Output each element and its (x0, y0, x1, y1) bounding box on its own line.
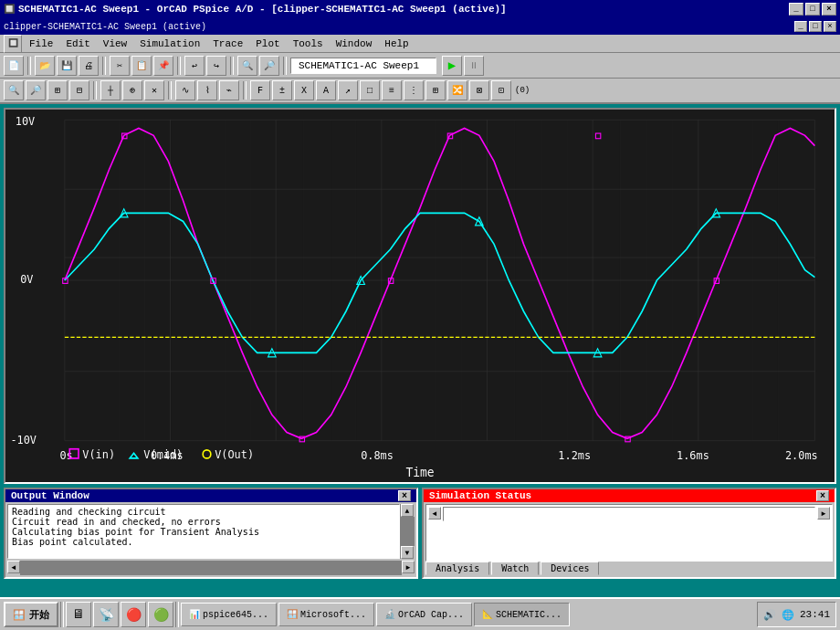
tb-cursor3[interactable]: ✕ (144, 80, 164, 100)
menu-file[interactable]: File (24, 37, 58, 51)
tb-box[interactable]: □ (360, 80, 380, 100)
tb-more2[interactable]: ⋮ (404, 80, 424, 100)
tb-cursor2[interactable]: ⊕ (122, 80, 142, 100)
tb-axis[interactable]: X (294, 80, 314, 100)
tb-copy[interactable]: 📋 (131, 56, 152, 76)
mdi-minimize[interactable]: _ (794, 21, 807, 32)
start-button[interactable]: 🪟 开始 (4, 602, 58, 627)
sep1 (27, 57, 31, 75)
task2-icon: 🪟 (287, 609, 298, 620)
svg-text:0.8ms: 0.8ms (361, 449, 394, 462)
menu-tools[interactable]: Tools (288, 37, 329, 51)
quick-launch-4[interactable]: 🟢 (148, 602, 173, 627)
task4-icon: 📐 (482, 609, 493, 620)
hscroll-left[interactable]: ◄ (7, 561, 20, 573)
output-scrollbar: ▲ ▼ (400, 504, 415, 559)
tb-math[interactable]: ± (272, 80, 292, 100)
output-content: Reading and checking circuit Circuit rea… (7, 504, 400, 559)
quick-launch-3[interactable]: 🔴 (121, 602, 146, 627)
run-button[interactable]: ▶ (442, 56, 462, 76)
plot-area: 10V 0V -10V 0s 0.4ms 0.8ms 1.2ms 1.6ms 2… (4, 108, 836, 484)
tb-cursor1[interactable]: ┼ (100, 80, 121, 100)
tb-cut[interactable]: ✂ (110, 56, 130, 76)
simulation-name: SCHEMATIC1-AC Sweep1 (290, 58, 436, 74)
task3-label: OrCAD Cap... (398, 610, 464, 620)
menu-plot[interactable]: Plot (250, 37, 285, 51)
tb-zoom2[interactable]: 🔎 (259, 56, 279, 76)
tb-more5[interactable]: ⊠ (469, 80, 489, 100)
quick-launch-2[interactable]: 📡 (93, 602, 119, 627)
taskbar-task-4[interactable]: 📐 SCHEMATIC... (474, 603, 570, 626)
tb-wave1[interactable]: ∿ (175, 80, 195, 100)
sep8 (243, 81, 247, 100)
svg-text:0s: 0s (59, 449, 72, 462)
sim-status-panel: Simulation Status × ◄ ► Analysis Watch D… (422, 488, 836, 579)
tb-more6[interactable]: ⊡ (491, 80, 511, 100)
tb-more4[interactable]: 🔀 (447, 80, 467, 100)
output-close[interactable]: × (398, 490, 411, 501)
tb-open[interactable]: 📂 (35, 56, 55, 76)
menu-help[interactable]: Help (379, 37, 414, 51)
sep7 (168, 81, 172, 100)
mdi-close[interactable]: × (824, 21, 836, 32)
output-title-bar: Output Window × (5, 489, 416, 502)
tb-zoom-in[interactable]: 🔍 (4, 80, 24, 100)
taskbar: 🪟 开始 🖥 📡 🔴 🟢 📊 pspice645... 🪟 Microsoft.… (0, 597, 840, 630)
taskbar-task-3[interactable]: 🔬 OrCAD Cap... (376, 603, 472, 626)
tb-new[interactable]: 📄 (4, 56, 24, 76)
scroll-track (401, 517, 415, 546)
tb-zoom-fit[interactable]: ⊞ (47, 80, 68, 100)
tab-devices[interactable]: Devices (541, 562, 599, 575)
tb-save[interactable]: 💾 (57, 56, 77, 76)
window-title: SCHEMATIC1-AC Sweep1 - OrCAD PSpice A/D … (18, 4, 507, 15)
menu-edit[interactable]: Edit (60, 37, 95, 51)
maximize-button[interactable]: □ (805, 3, 820, 16)
tb-redo[interactable]: ↪ (206, 56, 226, 76)
tb-zoom1[interactable]: 🔍 (237, 56, 257, 76)
tab-analysis[interactable]: Analysis (425, 562, 489, 575)
hscroll-right[interactable]: ► (402, 561, 415, 573)
output-body: Reading and checking circuit Circuit rea… (5, 502, 416, 561)
tb-arrow[interactable]: ↗ (338, 80, 358, 100)
tb-more1[interactable]: ≡ (382, 80, 402, 100)
close-button[interactable]: × (822, 3, 836, 16)
quick-launch-1[interactable]: 🖥 (66, 602, 91, 627)
tab-watch[interactable]: Watch (491, 562, 539, 575)
taskbar-task-1[interactable]: 📊 pspice645... (181, 603, 277, 626)
sim-title-bar: Simulation Status × (424, 489, 835, 502)
svg-text:1.2ms: 1.2ms (558, 449, 591, 462)
tb-zoom-out[interactable]: 🔎 (26, 80, 46, 100)
sim-close[interactable]: × (816, 490, 829, 501)
sim-hscroll: ◄ ► (428, 507, 830, 521)
pause-button[interactable]: ⏸ (464, 56, 484, 76)
sim-tabs: Analysis Watch Devices (425, 562, 599, 575)
tb-wave2[interactable]: ⌇ (197, 80, 217, 100)
taskbar-task-2[interactable]: 🪟 Microsoft... (278, 603, 374, 626)
menu-simulation[interactable]: Simulation (134, 37, 205, 51)
output-line-2: Circuit read in and checked, no errors (12, 517, 395, 527)
output-title: Output Window (11, 490, 89, 501)
menu-window[interactable]: Window (331, 37, 378, 51)
minimize-button[interactable]: _ (789, 3, 803, 16)
system-tray: 🔊 🌐 23:41 (757, 602, 836, 627)
tb-wave3[interactable]: ⌁ (219, 80, 239, 100)
tb-zoom-area[interactable]: ⊟ (69, 80, 89, 100)
scroll-down[interactable]: ▼ (401, 546, 414, 559)
menu-view[interactable]: View (98, 37, 132, 51)
scroll-up[interactable]: ▲ (401, 504, 414, 517)
taskbar-sep2 (175, 602, 179, 627)
app-menu-icon[interactable]: 🔲 (4, 35, 22, 53)
tb-label[interactable]: A (316, 80, 336, 100)
svg-text:10V: 10V (16, 115, 35, 128)
sim-hscroll-right[interactable]: ► (817, 507, 830, 520)
tb-undo[interactable]: ↩ (184, 56, 205, 76)
mdi-maximize[interactable]: □ (809, 21, 822, 32)
tb-paste[interactable]: 📌 (153, 56, 173, 76)
sim-hscroll-left[interactable]: ◄ (428, 507, 441, 520)
tb-print[interactable]: 🖨 (79, 56, 99, 76)
tb-fft[interactable]: F (250, 80, 270, 100)
menu-trace[interactable]: Trace (207, 37, 248, 51)
task1-icon: 📊 (189, 609, 200, 620)
tb-more3[interactable]: ⊞ (425, 80, 446, 100)
start-icon: 🪟 (13, 609, 26, 621)
